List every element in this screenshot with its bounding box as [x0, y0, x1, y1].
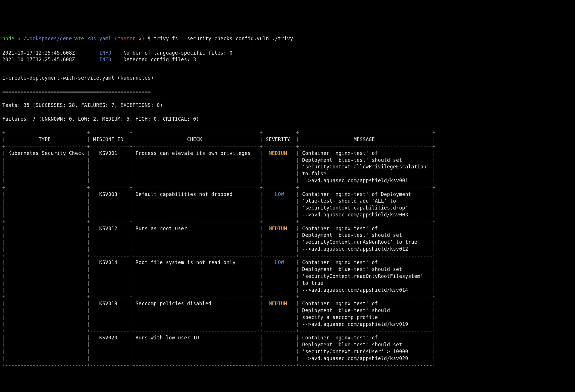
table-row: + +-------------+-----------------------… — [2, 293, 573, 300]
table-row: | | | | | -->avd.aquasec.com/appshield/k… — [2, 287, 573, 294]
table-row: | | | | | -->avd.aquasec.com/appshield/k… — [2, 355, 573, 362]
table-row: + +-------------+-----------------------… — [2, 253, 573, 260]
table-row: | | | | | -->avd.aquasec.com/appshield/k… — [2, 177, 573, 184]
table-row: +---------------------------+-----------… — [2, 143, 573, 150]
table-row: | | | | | 'blue-test' should add 'ALL' t… — [2, 198, 573, 205]
git-dirty-icon: ✗ — [139, 36, 142, 41]
table-row: | | | | | 'securityContext.allowPrivileg… — [2, 164, 573, 170]
table-row: | | KSV012 | Runs as root user | MEDIUM … — [2, 225, 573, 232]
terminal-output: node → /workspaces/generate-k8s-yaml (ma… — [2, 28, 573, 376]
prompt-cwd: /workspaces/generate-k8s-yaml — [24, 36, 112, 41]
table-row: +---------------------------+-----------… — [2, 129, 573, 136]
table-row: | | | | | -->avd.aquasec.com/appshield/k… — [2, 246, 573, 253]
table-row: | Kubernetes Security Check | KSV001 | P… — [2, 150, 573, 157]
table-row: | | | | | 'securityContext.runAsNonRoot'… — [2, 239, 573, 246]
table-row: + +-------------+-----------------------… — [2, 218, 573, 225]
table-row: + +-------------+-----------------------… — [2, 184, 573, 191]
git-branch: master — [117, 36, 135, 41]
branch-open: ( — [114, 36, 118, 41]
table-row: | | | | | Deployment 'blue-test' should … — [2, 307, 573, 314]
table-row: | TYPE | MISCONF ID | CHECK | SEVERITY |… — [2, 136, 573, 143]
table-row: | | | | | specify a seccomp profile | — [2, 314, 573, 321]
header-divider: ========================================… — [2, 89, 573, 95]
table-row: | | | | | Deployment 'blue-test' should … — [2, 266, 573, 273]
log-line: 2021-10-17T12:25:45.608Z INFO Number of … — [2, 50, 573, 57]
command-text: trivy fs --security-checks config,vuln .… — [154, 36, 293, 41]
tests-summary: Tests: 35 (SUCCESSES: 28, FAILURES: 7, E… — [2, 102, 573, 109]
table-row: | | KSV014 | Root file system is not rea… — [2, 259, 573, 266]
table-row: | | KSV019 | Seccomp policies disabled |… — [2, 300, 573, 307]
failures-summary: Failures: 7 (UNKNOWN: 0, LOW: 2, MEDIUM:… — [2, 116, 573, 123]
prompt-dollar: $ — [148, 36, 151, 41]
file-header: 1-create-deployment-with-service.yaml (k… — [2, 75, 573, 82]
table-row: | | | | | -->avd.aquasec.com/appshield/k… — [2, 321, 573, 328]
table-row: | | | | | Deployment 'blue-test' should … — [2, 341, 573, 348]
table-row: + +-------------+-----------------------… — [2, 328, 573, 335]
log-line: 2021-10-17T12:25:45.608Z INFO Detected c… — [2, 56, 573, 63]
prompt-user: node — [2, 36, 14, 41]
table-row: | | | | | to false | — [2, 170, 573, 177]
prompt-arrow: → — [18, 36, 21, 41]
shell-prompt[interactable]: node → /workspaces/generate-k8s-yaml (ma… — [2, 35, 573, 42]
results-table: +---------------------------+-----------… — [2, 129, 573, 369]
table-row: | | | | | -->avd.aquasec.com/appshield/k… — [2, 212, 573, 218]
table-row: | | | | | 'securityContext.readOnlyRootF… — [2, 273, 573, 280]
table-row: | | KSV020 | Runs with low user ID | | C… — [2, 335, 573, 341]
table-row: | | | | | Deployment 'blue-test' should … — [2, 232, 573, 239]
table-row: +---------------------------+-----------… — [2, 362, 573, 369]
branch-close: ) — [142, 36, 145, 41]
table-row: | | KSV003 | Default capabilities not dr… — [2, 191, 573, 198]
table-row: | | | | | to true | — [2, 280, 573, 287]
table-row: | | | | | 'securityContext.capabilities.… — [2, 205, 573, 212]
table-row: | | | | | 'securityContext.runAsUser' > … — [2, 348, 573, 355]
table-row: | | | | | Deployment 'blue-test' should … — [2, 157, 573, 164]
